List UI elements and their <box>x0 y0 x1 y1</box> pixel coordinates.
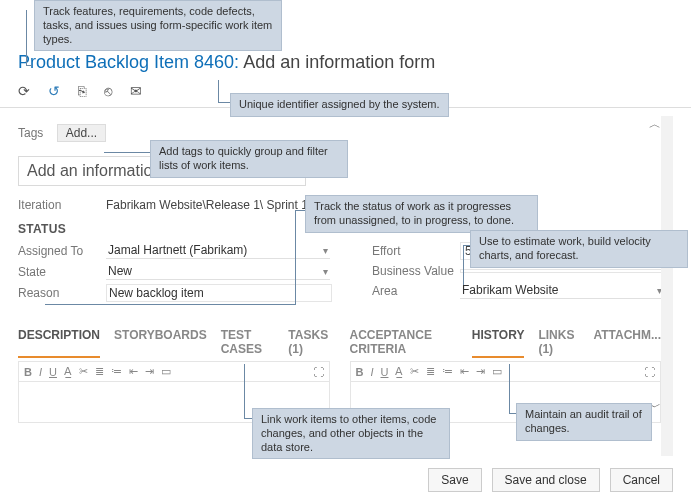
state-label: State <box>18 265 106 279</box>
callout-uid: Unique identifier assigned by the system… <box>230 93 449 117</box>
business-value-input[interactable] <box>460 269 670 273</box>
undo-icon[interactable]: ↺ <box>48 83 60 99</box>
link-icon[interactable]: ⎋ <box>104 83 112 99</box>
rich-text-toolbar-left: B I U A̲ ✂ ≣ ≔ ⇤ ⇥ ▭ ⛶ <box>18 361 330 381</box>
unlink-icon[interactable]: ✂ <box>79 365 88 378</box>
reason-input[interactable]: New backlog item <box>106 284 332 302</box>
callout-status: Track the status of work as it progresse… <box>305 195 538 233</box>
save-and-close-button[interactable]: Save and close <box>492 468 600 492</box>
mail-icon[interactable]: ✉ <box>130 83 142 99</box>
outdent-icon[interactable]: ⇤ <box>460 365 469 378</box>
scroll-up-icon[interactable]: ︿ <box>649 116 661 133</box>
refresh-icon[interactable]: ⟳ <box>18 83 30 99</box>
copy-icon[interactable]: ⎘ <box>78 83 86 99</box>
image-icon[interactable]: ▭ <box>161 365 171 378</box>
image-icon[interactable]: ▭ <box>492 365 502 378</box>
dialog-buttons: Save Save and close Cancel <box>18 468 673 492</box>
leader <box>295 210 305 211</box>
color-icon[interactable]: A̲ <box>64 365 72 378</box>
assigned-to-value: Jamal Hartnett (Fabrikam) <box>108 243 247 257</box>
area-label: Area <box>372 284 460 298</box>
leader <box>244 364 245 419</box>
leader <box>218 80 219 102</box>
leader <box>244 418 252 419</box>
maximize-icon[interactable]: ⛶ <box>644 366 655 378</box>
tab-description[interactable]: DESCRIPTION <box>18 328 100 358</box>
assigned-to-dropdown[interactable]: Jamal Hartnett (Fabrikam) ▾ <box>106 242 330 259</box>
work-item-title: Add an information form <box>243 52 435 72</box>
state-dropdown[interactable]: New ▾ <box>106 263 330 280</box>
tab-tasks[interactable]: TASKS (1) <box>288 328 329 358</box>
color-icon[interactable]: A̲ <box>395 365 403 378</box>
number-list-icon[interactable]: ≔ <box>442 365 453 378</box>
save-button[interactable]: Save <box>428 468 481 492</box>
callout-links: Link work items to other items, code cha… <box>252 408 450 459</box>
leader <box>26 10 27 65</box>
leader <box>104 152 150 153</box>
leader <box>45 304 295 305</box>
area-dropdown[interactable]: Fabrikam Website ▾ <box>460 282 664 299</box>
bullet-list-icon[interactable]: ≣ <box>426 365 435 378</box>
callout-estimate: Use to estimate work, build velocity cha… <box>470 230 688 268</box>
bullet-list-icon[interactable]: ≣ <box>95 365 104 378</box>
tab-links[interactable]: LINKS (1) <box>538 328 579 358</box>
number-list-icon[interactable]: ≔ <box>111 365 122 378</box>
leader <box>463 245 464 285</box>
tab-test-cases[interactable]: TEST CASES <box>221 328 275 358</box>
tab-storyboards[interactable]: STORYBOARDS <box>114 328 207 358</box>
tags-label: Tags <box>18 126 43 140</box>
chevron-down-icon: ▾ <box>657 285 662 296</box>
underline-icon[interactable]: U <box>381 366 389 378</box>
callout-tags: Add tags to quickly group and filter lis… <box>150 140 348 178</box>
tab-history[interactable]: HISTORY <box>472 328 525 358</box>
right-tabs: ACCEPTANCE CRITERIA HISTORY LINKS (1) AT… <box>350 328 662 358</box>
bold-icon[interactable]: B <box>24 366 32 378</box>
area-value: Fabrikam Website <box>462 283 558 297</box>
leader <box>218 102 230 103</box>
cancel-button[interactable]: Cancel <box>610 468 673 492</box>
iteration-label: Iteration <box>18 198 106 212</box>
leader <box>26 65 32 66</box>
left-tabs: DESCRIPTION STORYBOARDS TEST CASES TASKS… <box>18 328 330 358</box>
reason-label: Reason <box>18 286 106 300</box>
tab-acceptance-criteria[interactable]: ACCEPTANCE CRITERIA <box>350 328 458 358</box>
callout-types: Track features, requirements, code defec… <box>34 0 282 51</box>
indent-icon[interactable]: ⇥ <box>476 365 485 378</box>
unlink-icon[interactable]: ✂ <box>410 365 419 378</box>
iteration-value[interactable]: Fabrikam Website\Release 1\ Sprint 1 <box>106 198 308 212</box>
bold-icon[interactable]: B <box>356 366 364 378</box>
status-heading: STATUS <box>18 222 332 236</box>
leader <box>509 364 510 414</box>
assigned-to-label: Assigned To <box>18 244 106 258</box>
effort-label: Effort <box>372 244 460 258</box>
chevron-down-icon: ▾ <box>323 245 328 256</box>
business-value-label: Business Value <box>372 264 460 278</box>
outdent-icon[interactable]: ⇤ <box>129 365 138 378</box>
underline-icon[interactable]: U <box>49 366 57 378</box>
rich-text-toolbar-right: B I U A̲ ✂ ≣ ≔ ⇤ ⇥ ▭ ⛶ <box>350 361 662 381</box>
maximize-icon[interactable]: ⛶ <box>313 366 324 378</box>
indent-icon[interactable]: ⇥ <box>145 365 154 378</box>
tab-attachments[interactable]: ATTACHM... <box>593 328 661 358</box>
state-value: New <box>108 264 132 278</box>
add-tag-button[interactable]: Add... <box>57 124 106 142</box>
chevron-down-icon: ▾ <box>323 266 328 277</box>
leader <box>295 210 296 305</box>
italic-icon[interactable]: I <box>39 366 42 378</box>
italic-icon[interactable]: I <box>370 366 373 378</box>
callout-history: Maintain an audit trail of changes. <box>516 403 652 441</box>
reason-placeholder: New backlog item <box>109 286 204 300</box>
work-item-id: Product Backlog Item 8460: <box>18 52 239 72</box>
page-title: Product Backlog Item 8460: Add an inform… <box>18 52 673 73</box>
